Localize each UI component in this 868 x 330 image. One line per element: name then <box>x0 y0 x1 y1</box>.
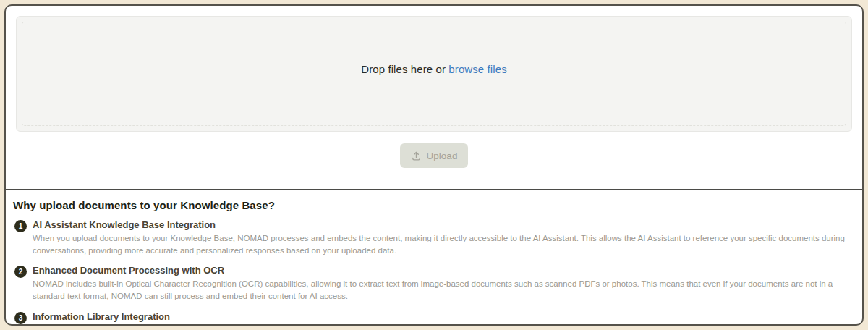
list-item: 1 AI Assistant Knowledge Base Integratio… <box>14 219 848 256</box>
upload-section: Drop files here or browse files Upload <box>6 6 862 168</box>
step-number-badge: 3 <box>14 312 27 324</box>
step-number-badge: 1 <box>14 220 27 232</box>
list-item-description: When you upload documents to your Knowle… <box>33 232 848 256</box>
list-item: 3 Information Library Integration NOMAD … <box>14 311 848 326</box>
list-item-description: NOMAD includes built-in Optical Characte… <box>33 278 848 302</box>
list-item-title: Enhanced Document Processing with OCR <box>33 265 848 276</box>
upload-button[interactable]: Upload <box>400 143 469 168</box>
list-item-title: AI Assistant Knowledge Base Integration <box>33 219 848 230</box>
dropzone-instruction-text: Drop files here or <box>361 63 446 75</box>
list-item-content: AI Assistant Knowledge Base Integration … <box>33 219 848 256</box>
info-section: Why upload documents to your Knowledge B… <box>6 190 862 326</box>
step-number-badge: 2 <box>14 266 27 278</box>
upload-button-row: Upload <box>16 143 852 168</box>
list-item-content: Enhanced Document Processing with OCR NO… <box>33 265 848 302</box>
dropzone-instruction: Drop files here or browse files <box>361 63 507 75</box>
file-dropzone[interactable]: Drop files here or browse files <box>16 16 852 132</box>
list-item-description: NOMAD will automatically discover and ex… <box>33 324 848 326</box>
list-item-title: Information Library Integration <box>33 311 848 322</box>
list-item: 2 Enhanced Document Processing with OCR … <box>14 265 848 302</box>
list-item-content: Information Library Integration NOMAD wi… <box>33 311 848 326</box>
knowledge-base-upload-panel: Drop files here or browse files Upload W… <box>4 4 864 326</box>
upload-icon <box>411 151 422 161</box>
info-heading: Why upload documents to your Knowledge B… <box>13 199 848 211</box>
upload-button-label: Upload <box>427 151 458 161</box>
info-item-list: 1 AI Assistant Knowledge Base Integratio… <box>13 219 848 326</box>
browse-files-link[interactable]: browse files <box>448 63 506 75</box>
